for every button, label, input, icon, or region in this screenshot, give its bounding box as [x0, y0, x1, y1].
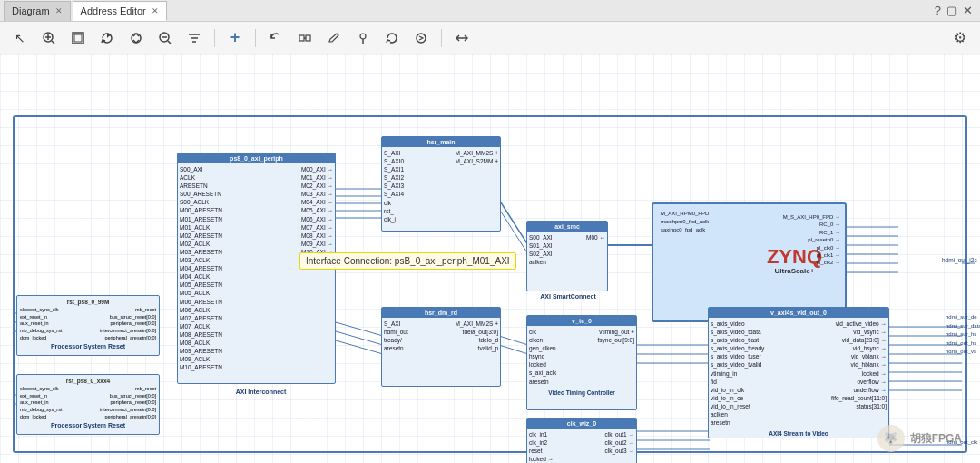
zoom-in-button[interactable]: [36, 25, 62, 51]
edit-button[interactable]: [321, 25, 347, 51]
validate-button[interactable]: [379, 25, 405, 51]
tab-address-editor-close[interactable]: ✕: [152, 6, 159, 15]
clk-wiz-title: clk_wiz_0: [527, 419, 636, 429]
rst-xxx4-title: rst_ps8_0_xxx4: [20, 378, 156, 384]
sep3: [441, 29, 442, 47]
tab-diagram[interactable]: Diagram ✕: [4, 1, 71, 21]
title-icons: ? ▢ ✕: [935, 4, 976, 17]
hdmi-out-i2c-label: hdmi_out_i2c: [942, 257, 977, 263]
regenerate-button[interactable]: [94, 25, 120, 51]
clk-wiz-block[interactable]: clk_wiz_0 clk_in1clk_out1 → clk_in2clk_o…: [526, 418, 637, 463]
gear-button[interactable]: ⚙: [947, 25, 973, 51]
rst-99m-title: rst_ps8_0_99M: [20, 299, 156, 305]
svg-rect-5: [74, 34, 82, 42]
fit-button[interactable]: [65, 25, 91, 51]
tab-diagram-close[interactable]: ✕: [55, 6, 63, 15]
layout-button[interactable]: [123, 25, 149, 51]
zoom-area-button[interactable]: [152, 25, 178, 51]
axi-smc-block[interactable]: axi_smc S00_AXIM00 ↔ S01_AXI S02_AXI acl…: [526, 221, 608, 291]
close-icon[interactable]: ✕: [963, 4, 973, 17]
tab-address-editor-label: Address Editor: [81, 5, 146, 16]
toolbar: ↖ + ⚙: [0, 22, 980, 54]
tab-diagram-label: Diagram: [12, 5, 50, 16]
pointer-button[interactable]: ↖: [7, 25, 33, 51]
axi-interconnect-label: AXI Interconnect: [191, 389, 331, 395]
rst-ps8-99m-block[interactable]: rst_ps8_0_99M slowest_sync_clkmb_reset e…: [16, 295, 160, 356]
watermark-icon: 🐺: [877, 425, 905, 452]
vtc-label: Video Timing Controller: [527, 389, 636, 396]
add-ip-button[interactable]: +: [222, 25, 248, 51]
run-connection-button[interactable]: [292, 25, 318, 51]
svg-line-8: [168, 41, 171, 44]
undo-button[interactable]: [263, 25, 289, 51]
output-labels: hdmi_sur_de hdmi_sur_data[23:0] hdmi_sur…: [946, 313, 980, 357]
vaxi4s-block[interactable]: v_axi4s_vid_out_0 s_axis_videovid_active…: [708, 307, 889, 438]
title-bar: Diagram ✕ Address Editor ✕ ? ▢ ✕: [0, 0, 980, 22]
tab-address-editor[interactable]: Address Editor ✕: [73, 1, 167, 21]
sep2: [255, 29, 256, 47]
vtc-block[interactable]: v_tc_0 clkvtiming_out + clkenfsync_out[9…: [526, 315, 637, 410]
svg-rect-13: [299, 35, 304, 41]
tcl-button[interactable]: [408, 25, 434, 51]
sep1: [214, 29, 215, 47]
vaxi4s-label: AXI4 Stream to Video: [709, 430, 888, 437]
watermark: 🐺 胡狼FPGA: [877, 425, 962, 452]
hsr-dm-rd-title: hsr_dm_rd: [382, 308, 500, 318]
help-icon[interactable]: ?: [935, 4, 941, 17]
axi-smc-title: axi_smc: [527, 222, 607, 232]
connection-tooltip: Interface Connection: psB_0_axi_periph_M…: [299, 252, 516, 270]
watermark-text: 胡狼FPGA: [910, 431, 962, 447]
pin-button[interactable]: [350, 25, 376, 51]
zynq-block[interactable]: M_AXI_HPM0_FPD maxihpm0_fpd_aclk saxihpc…: [652, 202, 847, 322]
filter-button[interactable]: [181, 25, 207, 51]
hsr-main-title: hsr_main: [382, 137, 500, 147]
axi-smartconnect-label: AXI SmartConnect: [528, 293, 608, 300]
vtc-title: v_tc_0: [527, 316, 636, 326]
svg-line-1: [52, 41, 54, 44]
hsr-main-block[interactable]: hsr_main S_AXIM_AXI_MM2S + S_AXI0M_AXI_S…: [381, 136, 501, 232]
svg-point-16: [360, 34, 366, 39]
svg-rect-14: [306, 35, 310, 41]
canvas[interactable]: Interface Connection: psB_0_axi_periph_M…: [0, 54, 980, 463]
ps8-axi-periph-title: ps8_0_axi_periph: [178, 153, 335, 163]
svg-point-6: [132, 34, 141, 43]
vaxi4s-title: v_axi4s_vid_out_0: [709, 308, 888, 318]
restore-icon[interactable]: ▢: [946, 4, 957, 17]
rst-99m-proc-label: Processor System Reset: [20, 343, 156, 350]
route-button[interactable]: [449, 25, 475, 51]
rst-xxx4-proc-label: Processor System Reset: [20, 422, 156, 429]
hsr-dm-rd-block[interactable]: hsr_dm_rd S_AXIM_AXI_MM2S + hdmi_outtdel…: [381, 307, 501, 387]
rst-ps8-xxx4-block[interactable]: rst_ps8_0_xxx4 slowest_sync_clkmb_reset …: [16, 374, 160, 435]
